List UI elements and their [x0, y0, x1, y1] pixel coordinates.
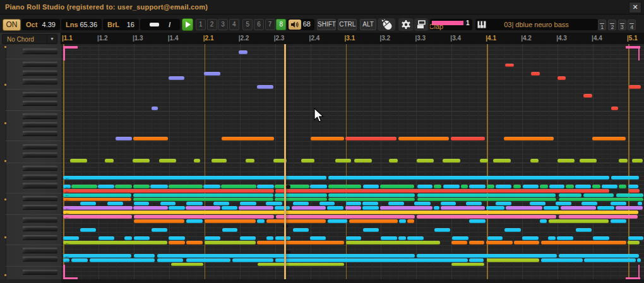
- note[interactable]: [346, 241, 440, 245]
- note[interactable]: [328, 185, 362, 188]
- note[interactable]: [107, 202, 123, 205]
- note[interactable]: [544, 206, 559, 210]
- note[interactable]: [557, 236, 573, 240]
- note[interactable]: [407, 236, 423, 240]
- note[interactable]: [592, 137, 626, 141]
- note[interactable]: [328, 176, 609, 180]
- note[interactable]: [203, 185, 220, 188]
- note[interactable]: [240, 236, 256, 240]
- note[interactable]: [80, 228, 96, 232]
- note[interactable]: [584, 258, 636, 262]
- note[interactable]: [134, 219, 184, 223]
- black-key[interactable]: [23, 101, 57, 106]
- note[interactable]: [222, 137, 274, 141]
- note[interactable]: [505, 64, 514, 67]
- note[interactable]: [417, 159, 434, 163]
- note[interactable]: [257, 185, 274, 188]
- note[interactable]: [441, 202, 456, 205]
- pattern-button-7[interactable]: 7: [265, 19, 275, 30]
- loop-marker[interactable]: [638, 265, 640, 279]
- slot-button-4[interactable]: 4: [628, 20, 636, 30]
- note[interactable]: [186, 241, 203, 245]
- note[interactable]: [346, 202, 361, 205]
- playhead[interactable]: [284, 44, 286, 279]
- chord-selector[interactable]: No Chord ▼: [2, 34, 57, 44]
- note[interactable]: [276, 215, 415, 219]
- note[interactable]: [311, 137, 344, 141]
- note[interactable]: [380, 185, 414, 188]
- pattern-button-3[interactable]: 3: [218, 19, 228, 30]
- note[interactable]: [310, 236, 326, 240]
- note[interactable]: [169, 185, 203, 188]
- note[interactable]: [240, 202, 256, 205]
- note[interactable]: [487, 258, 539, 262]
- note[interactable]: [616, 193, 643, 197]
- note[interactable]: [441, 206, 485, 210]
- slot-button-3[interactable]: 3: [618, 20, 626, 30]
- black-key[interactable]: [23, 205, 57, 210]
- stamp-button[interactable]: [414, 18, 428, 31]
- note[interactable]: [523, 185, 539, 188]
- note[interactable]: [629, 85, 641, 89]
- note[interactable]: [212, 159, 227, 163]
- note[interactable]: [399, 219, 406, 223]
- note[interactable]: [616, 206, 643, 210]
- pattern-button-6[interactable]: 6: [254, 19, 264, 30]
- loop-marker[interactable]: [63, 46, 65, 61]
- black-key[interactable]: [23, 71, 57, 76]
- note[interactable]: [556, 202, 571, 205]
- black-key[interactable]: [23, 235, 57, 240]
- pattern-button-1[interactable]: 1: [196, 19, 206, 30]
- volume-field[interactable]: 68: [287, 19, 314, 30]
- note[interactable]: ←: [63, 189, 274, 193]
- note[interactable]: [566, 185, 574, 188]
- note[interactable]: [407, 219, 414, 223]
- note[interactable]: ←: [63, 241, 167, 245]
- note[interactable]: [275, 198, 327, 202]
- note[interactable]: [169, 76, 184, 80]
- note[interactable]: [504, 228, 521, 232]
- note[interactable]: [205, 219, 256, 223]
- note[interactable]: [451, 263, 484, 267]
- note[interactable]: [257, 241, 344, 245]
- note[interactable]: [522, 236, 539, 240]
- note[interactable]: [461, 185, 468, 188]
- note[interactable]: [398, 236, 406, 240]
- note[interactable]: [629, 189, 640, 193]
- note[interactable]: [380, 206, 432, 210]
- note[interactable]: [388, 202, 404, 205]
- note[interactable]: [169, 241, 185, 245]
- pattern-button-2[interactable]: 2: [207, 19, 217, 30]
- note[interactable]: [531, 72, 540, 76]
- note[interactable]: [632, 159, 643, 163]
- note[interactable]: [345, 206, 361, 210]
- note[interactable]: ←: [63, 254, 131, 258]
- note[interactable]: [327, 206, 343, 210]
- note[interactable]: [105, 159, 114, 163]
- note[interactable]: [266, 219, 326, 223]
- note[interactable]: [548, 236, 556, 240]
- note[interactable]: [443, 159, 460, 163]
- note[interactable]: [222, 228, 238, 232]
- note[interactable]: [486, 241, 513, 245]
- note[interactable]: [496, 202, 512, 205]
- note[interactable]: ←: [63, 198, 131, 202]
- note[interactable]: ←: [63, 176, 326, 180]
- note[interactable]: [549, 185, 564, 188]
- note[interactable]: [239, 50, 247, 54]
- note[interactable]: [293, 202, 309, 205]
- black-key[interactable]: [23, 248, 57, 253]
- target-channel-panel[interactable]: 1 Clap: [430, 19, 472, 30]
- note[interactable]: [583, 193, 614, 197]
- black-key[interactable]: [23, 79, 57, 84]
- note[interactable]: [576, 228, 592, 232]
- note[interactable]: [540, 185, 548, 188]
- note[interactable]: [266, 202, 282, 205]
- note[interactable]: [362, 202, 378, 205]
- note[interactable]: [561, 206, 596, 210]
- note[interactable]: ←: [63, 193, 131, 197]
- note[interactable]: [417, 193, 556, 197]
- note[interactable]: [559, 198, 643, 202]
- note[interactable]: [514, 241, 539, 245]
- lines-field[interactable]: Lns 65.36: [61, 19, 102, 30]
